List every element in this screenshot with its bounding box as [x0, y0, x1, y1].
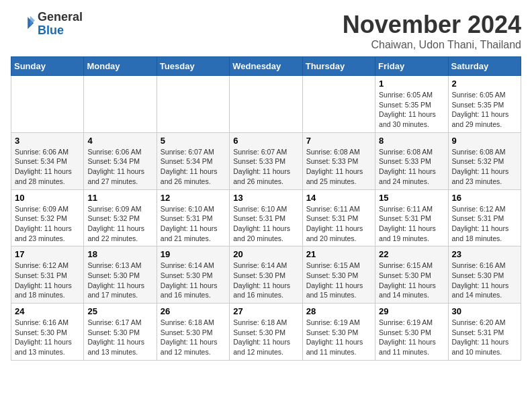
day-number: 23	[452, 249, 517, 259]
day-info: Sunrise: 6:05 AM Sunset: 5:35 PM Dayligh…	[379, 90, 444, 130]
day-number: 4	[87, 136, 152, 146]
day-info: Sunrise: 6:18 AM Sunset: 5:30 PM Dayligh…	[233, 318, 298, 357]
calendar-week-2: 3Sunrise: 6:06 AM Sunset: 5:34 PM Daylig…	[11, 132, 521, 189]
day-info: Sunrise: 6:20 AM Sunset: 5:31 PM Dayligh…	[452, 318, 517, 357]
day-number: 14	[306, 193, 371, 203]
day-info: Sunrise: 6:08 AM Sunset: 5:33 PM Dayligh…	[306, 147, 371, 187]
calendar-cell: 24Sunrise: 6:16 AM Sunset: 5:30 PM Dayli…	[11, 304, 84, 361]
calendar-table: SundayMondayTuesdayWednesdayThursdayFrid…	[11, 56, 521, 361]
day-info: Sunrise: 6:07 AM Sunset: 5:33 PM Dayligh…	[233, 147, 298, 187]
day-info: Sunrise: 6:09 AM Sunset: 5:32 PM Dayligh…	[87, 204, 152, 244]
calendar-cell: 1Sunrise: 6:05 AM Sunset: 5:35 PM Daylig…	[375, 76, 448, 133]
calendar-cell: 5Sunrise: 6:07 AM Sunset: 5:34 PM Daylig…	[157, 132, 229, 189]
header-tuesday: Tuesday	[157, 57, 229, 76]
day-info: Sunrise: 6:08 AM Sunset: 5:33 PM Dayligh…	[379, 147, 444, 187]
day-number: 10	[15, 193, 80, 203]
header-wednesday: Wednesday	[230, 57, 302, 76]
day-number: 26	[161, 306, 226, 316]
day-info: Sunrise: 6:08 AM Sunset: 5:32 PM Dayligh…	[452, 147, 517, 187]
calendar-cell: 22Sunrise: 6:15 AM Sunset: 5:30 PM Dayli…	[375, 246, 448, 304]
calendar-cell	[302, 76, 375, 133]
page-header: General Blue November 2024 Chaiwan, Udon…	[11, 11, 521, 51]
day-info: Sunrise: 6:06 AM Sunset: 5:34 PM Dayligh…	[15, 147, 80, 187]
calendar-cell: 18Sunrise: 6:13 AM Sunset: 5:30 PM Dayli…	[84, 246, 157, 304]
calendar-week-4: 17Sunrise: 6:12 AM Sunset: 5:31 PM Dayli…	[11, 246, 521, 304]
day-info: Sunrise: 6:14 AM Sunset: 5:30 PM Dayligh…	[161, 261, 226, 300]
day-number: 17	[15, 249, 80, 259]
day-info: Sunrise: 6:09 AM Sunset: 5:32 PM Dayligh…	[15, 204, 80, 244]
calendar-cell: 7Sunrise: 6:08 AM Sunset: 5:33 PM Daylig…	[302, 132, 375, 189]
calendar-cell: 3Sunrise: 6:06 AM Sunset: 5:34 PM Daylig…	[11, 132, 84, 189]
day-info: Sunrise: 6:13 AM Sunset: 5:30 PM Dayligh…	[87, 261, 152, 300]
calendar-cell: 12Sunrise: 6:10 AM Sunset: 5:31 PM Dayli…	[157, 189, 229, 246]
day-number: 2	[452, 79, 517, 89]
header-friday: Friday	[375, 57, 448, 76]
day-number: 21	[306, 249, 371, 259]
calendar-cell: 17Sunrise: 6:12 AM Sunset: 5:31 PM Dayli…	[11, 246, 84, 304]
month-title: November 2024	[343, 11, 521, 39]
calendar-cell: 15Sunrise: 6:11 AM Sunset: 5:31 PM Dayli…	[375, 189, 448, 246]
day-number: 15	[379, 193, 444, 203]
calendar-cell: 10Sunrise: 6:09 AM Sunset: 5:32 PM Dayli…	[11, 189, 84, 246]
day-number: 27	[233, 306, 298, 316]
calendar-cell: 20Sunrise: 6:14 AM Sunset: 5:30 PM Dayli…	[230, 246, 302, 304]
header-sunday: Sunday	[11, 57, 84, 76]
calendar-cell: 25Sunrise: 6:17 AM Sunset: 5:30 PM Dayli…	[84, 304, 157, 361]
calendar-cell: 11Sunrise: 6:09 AM Sunset: 5:32 PM Dayli…	[84, 189, 157, 246]
calendar-cell: 29Sunrise: 6:19 AM Sunset: 5:30 PM Dayli…	[375, 304, 448, 361]
day-number: 13	[233, 193, 298, 203]
calendar-cell: 9Sunrise: 6:08 AM Sunset: 5:32 PM Daylig…	[448, 132, 521, 189]
calendar-cell: 26Sunrise: 6:18 AM Sunset: 5:30 PM Dayli…	[157, 304, 229, 361]
day-info: Sunrise: 6:18 AM Sunset: 5:30 PM Dayligh…	[161, 318, 226, 357]
logo-blue-text: Blue	[38, 24, 64, 37]
day-number: 24	[15, 306, 80, 316]
day-info: Sunrise: 6:16 AM Sunset: 5:30 PM Dayligh…	[15, 318, 80, 357]
calendar-cell: 14Sunrise: 6:11 AM Sunset: 5:31 PM Dayli…	[302, 189, 375, 246]
day-info: Sunrise: 6:10 AM Sunset: 5:31 PM Dayligh…	[233, 204, 298, 244]
title-section: November 2024 Chaiwan, Udon Thani, Thail…	[343, 11, 521, 51]
calendar-cell: 21Sunrise: 6:15 AM Sunset: 5:30 PM Dayli…	[302, 246, 375, 304]
day-number: 9	[452, 136, 517, 146]
logo-general-text: General	[38, 10, 83, 24]
calendar-week-1: 1Sunrise: 6:05 AM Sunset: 5:35 PM Daylig…	[11, 76, 521, 133]
day-number: 16	[452, 193, 517, 203]
header-saturday: Saturday	[448, 57, 521, 76]
day-number: 28	[306, 306, 371, 316]
calendar-week-3: 10Sunrise: 6:09 AM Sunset: 5:32 PM Dayli…	[11, 189, 521, 246]
calendar-cell	[157, 76, 229, 133]
logo-icon	[11, 12, 35, 36]
calendar-week-5: 24Sunrise: 6:16 AM Sunset: 5:30 PM Dayli…	[11, 304, 521, 361]
calendar-cell: 30Sunrise: 6:20 AM Sunset: 5:31 PM Dayli…	[448, 304, 521, 361]
header-thursday: Thursday	[302, 57, 375, 76]
day-number: 12	[161, 193, 226, 203]
day-info: Sunrise: 6:19 AM Sunset: 5:30 PM Dayligh…	[306, 318, 371, 357]
calendar-cell: 19Sunrise: 6:14 AM Sunset: 5:30 PM Dayli…	[157, 246, 229, 304]
day-number: 5	[161, 136, 226, 146]
day-info: Sunrise: 6:15 AM Sunset: 5:30 PM Dayligh…	[306, 261, 371, 300]
day-number: 8	[379, 136, 444, 146]
day-info: Sunrise: 6:12 AM Sunset: 5:31 PM Dayligh…	[15, 261, 80, 300]
calendar-cell: 16Sunrise: 6:12 AM Sunset: 5:31 PM Dayli…	[448, 189, 521, 246]
day-number: 1	[379, 79, 444, 89]
day-number: 29	[379, 306, 444, 316]
day-info: Sunrise: 6:05 AM Sunset: 5:35 PM Dayligh…	[452, 90, 517, 130]
calendar-cell: 28Sunrise: 6:19 AM Sunset: 5:30 PM Dayli…	[302, 304, 375, 361]
day-number: 30	[452, 306, 517, 316]
calendar-cell	[11, 76, 84, 133]
day-number: 20	[233, 249, 298, 259]
day-number: 3	[15, 136, 80, 146]
calendar-cell: 8Sunrise: 6:08 AM Sunset: 5:33 PM Daylig…	[375, 132, 448, 189]
calendar-cell: 6Sunrise: 6:07 AM Sunset: 5:33 PM Daylig…	[230, 132, 302, 189]
calendar-header-row: SundayMondayTuesdayWednesdayThursdayFrid…	[11, 57, 521, 76]
day-number: 11	[87, 193, 152, 203]
location-title: Chaiwan, Udon Thani, Thailand	[343, 39, 521, 51]
logo: General Blue	[11, 11, 83, 38]
day-number: 22	[379, 249, 444, 259]
day-number: 18	[87, 249, 152, 259]
calendar-cell: 27Sunrise: 6:18 AM Sunset: 5:30 PM Dayli…	[230, 304, 302, 361]
day-info: Sunrise: 6:06 AM Sunset: 5:34 PM Dayligh…	[87, 147, 152, 187]
header-monday: Monday	[84, 57, 157, 76]
calendar-cell: 4Sunrise: 6:06 AM Sunset: 5:34 PM Daylig…	[84, 132, 157, 189]
day-info: Sunrise: 6:17 AM Sunset: 5:30 PM Dayligh…	[87, 318, 152, 357]
calendar-cell	[230, 76, 302, 133]
